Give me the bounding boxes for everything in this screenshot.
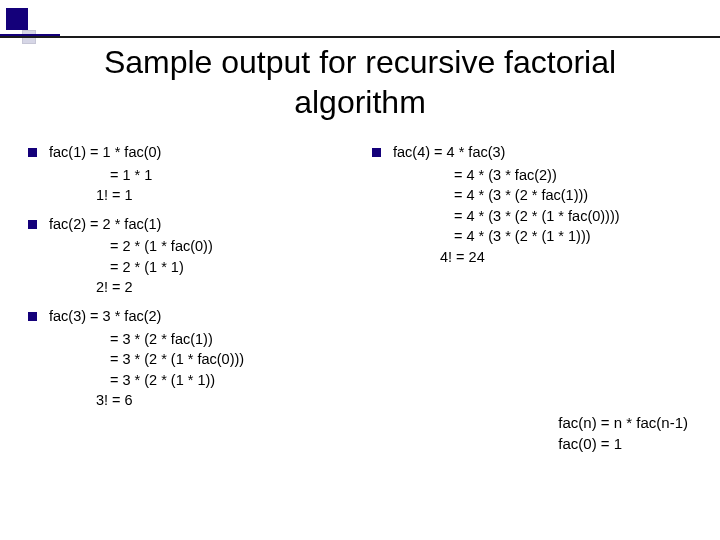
bullet-icon xyxy=(28,312,37,321)
fac3-line: 3! = 6 xyxy=(28,390,348,411)
fac3-line: = 3 * (2 * fac(1)) xyxy=(28,329,348,350)
fac4-line: = 4 * (3 * (2 * (1 * fac(0)))) xyxy=(372,206,692,227)
list-item: fac(4) = 4 * fac(3) xyxy=(372,142,692,163)
fac2-head: fac(2) = 2 * fac(1) xyxy=(49,214,348,235)
divider xyxy=(0,36,720,38)
fac3-line: = 3 * (2 * (1 * 1)) xyxy=(28,370,348,391)
formula-line: fac(0) = 1 xyxy=(558,433,688,454)
fac1-line: = 1 * 1 xyxy=(28,165,348,186)
fac2-line: 2! = 2 xyxy=(28,277,348,298)
slide-title: Sample output for recursive factorial al… xyxy=(0,0,720,122)
list-item: fac(3) = 3 * fac(2) xyxy=(28,306,348,327)
fac4-line: = 4 * (3 * fac(2)) xyxy=(372,165,692,186)
square-icon xyxy=(6,8,28,30)
fac4-head: fac(4) = 4 * fac(3) xyxy=(393,142,692,163)
fac4-line: 4! = 24 xyxy=(372,247,692,268)
list-item: fac(2) = 2 * fac(1) xyxy=(28,214,348,235)
fac1-group: fac(1) = 1 * fac(0) = 1 * 1 1! = 1 xyxy=(28,142,348,206)
formula-box: fac(n) = n * fac(n-1) fac(0) = 1 xyxy=(558,412,688,454)
fac4-line: = 4 * (3 * (2 * fac(1))) xyxy=(372,185,692,206)
fac3-group: fac(3) = 3 * fac(2) = 3 * (2 * fac(1)) =… xyxy=(28,306,348,411)
bullet-icon xyxy=(28,148,37,157)
fac3-head: fac(3) = 3 * fac(2) xyxy=(49,306,348,327)
fac2-line: = 2 * (1 * fac(0)) xyxy=(28,236,348,257)
list-item: fac(1) = 1 * fac(0) xyxy=(28,142,348,163)
fac4-group: fac(4) = 4 * fac(3) = 4 * (3 * fac(2)) =… xyxy=(372,142,692,267)
slide-content: fac(1) = 1 * fac(0) = 1 * 1 1! = 1 fac(2… xyxy=(0,122,720,419)
fac2-group: fac(2) = 2 * fac(1) = 2 * (1 * fac(0)) =… xyxy=(28,214,348,298)
fac1-line: 1! = 1 xyxy=(28,185,348,206)
left-column: fac(1) = 1 * fac(0) = 1 * 1 1! = 1 fac(2… xyxy=(28,142,348,419)
bullet-icon xyxy=(372,148,381,157)
fac2-line: = 2 * (1 * 1) xyxy=(28,257,348,278)
fac4-line: = 4 * (3 * (2 * (1 * 1))) xyxy=(372,226,692,247)
bullet-icon xyxy=(28,220,37,229)
fac3-line: = 3 * (2 * (1 * fac(0))) xyxy=(28,349,348,370)
right-column: fac(4) = 4 * fac(3) = 4 * (3 * fac(2)) =… xyxy=(372,142,692,419)
fac1-head: fac(1) = 1 * fac(0) xyxy=(49,142,348,163)
formula-line: fac(n) = n * fac(n-1) xyxy=(558,412,688,433)
